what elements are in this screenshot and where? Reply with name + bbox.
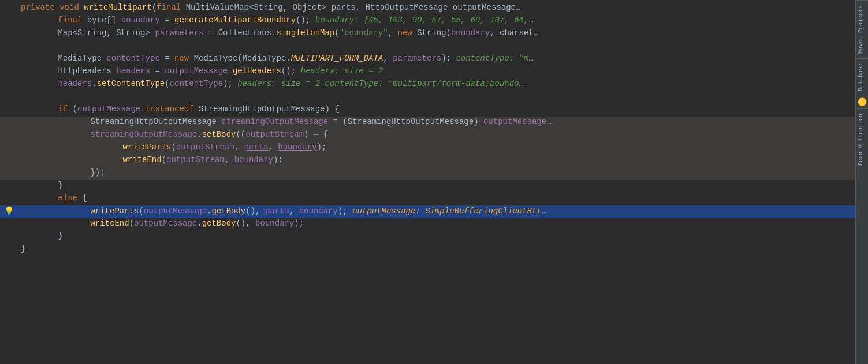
code-line-1: private void writeMultipart(final MultiV…	[0, 2, 855, 15]
closing-brace-1: });	[90, 168, 105, 177]
line-content-7: headers.setContentType(contentType); hea…	[17, 79, 855, 88]
type-mediatype: MediaType	[58, 54, 106, 63]
var-outputstream-3: outputStream	[166, 155, 225, 164]
ellipsis-6: …	[546, 117, 551, 126]
method-writeParts-2: writeParts	[90, 207, 139, 216]
var-streamingoutputmessage-2: streamingOutputMessage	[90, 130, 197, 139]
var-boundary-6: boundary	[255, 219, 294, 228]
keyword-if: if	[58, 104, 72, 114]
bean-symbol: 🟡	[858, 97, 867, 107]
paren-close-6: );	[338, 207, 352, 216]
tab-bean-validation[interactable]: Bean Validation	[856, 108, 868, 170]
code-line-7: headers.setContentType(contentType); hea…	[0, 78, 855, 91]
line-content-5: MediaType contentType = new MediaType(Me…	[17, 54, 855, 63]
line-content-20: }	[17, 244, 855, 253]
method-setContentType: setContentType	[97, 79, 165, 88]
paren-open-2: (	[73, 104, 77, 114]
bean-icon: 🟡	[856, 96, 869, 108]
call-10: (	[129, 219, 134, 228]
keyword-instanceof: instanceof	[146, 104, 199, 114]
type-byte: byte[]	[87, 16, 121, 25]
var-boundary-4: boundary	[234, 155, 273, 164]
var-headers-2: headers	[58, 79, 92, 88]
type-streaming: StreamingHttpOutputMessage) {	[199, 104, 340, 114]
method-writeEnd: writeEnd	[122, 155, 161, 164]
ellipsis-7: …	[542, 207, 546, 216]
line-content-15: }	[17, 181, 855, 190]
call-3: ();	[281, 66, 301, 76]
type-mediatype-2: MediaType(MediaType.	[194, 54, 291, 63]
type-streaming-2: StreamingHttpOutputMessage	[90, 117, 221, 126]
const-multipart: MULTIPART_FORM_DATA	[291, 54, 383, 63]
method-writeEnd-2: writeEnd	[90, 219, 129, 228]
dot-5: .	[197, 219, 202, 228]
line-content-6: HttpHeaders headers = outputMessage.getH…	[17, 66, 855, 76]
keyword-final-2: final	[58, 16, 87, 25]
comma-7: ,	[289, 207, 299, 216]
debug-outputmessage: outputMessage: SimpleBufferingClientHtt	[352, 207, 542, 216]
code-line-20: }	[0, 243, 855, 256]
call-2: (	[334, 28, 339, 37]
paren-close-2: );	[441, 54, 456, 63]
dot-3: .	[197, 130, 202, 139]
code-line-12: writeParts(outputStream, parts, boundary…	[0, 142, 855, 155]
dot-2: .	[92, 79, 96, 88]
debug-boundary: boundary: {45, 103, 99, 57, 55, 69, 107,…	[315, 16, 529, 25]
line-content-16: else {	[17, 193, 855, 202]
ellipsis-3: …	[534, 28, 538, 37]
method-generateMultipartBoundary: generateMultipartBoundary	[174, 16, 296, 25]
line-content-3: Map<String, String> parameters = Collect…	[17, 28, 855, 37]
var-outputmessage-3: outputMessage	[483, 117, 546, 126]
line-content-13: writeEnd(outputStream, boundary);	[17, 155, 855, 164]
keyword-final: final	[157, 3, 185, 12]
method-setBody: setBody	[202, 130, 236, 139]
assign-4: =	[150, 66, 165, 76]
type-string: String(	[417, 28, 451, 37]
line-content-19: }	[17, 231, 855, 241]
keyword-new: new	[398, 28, 418, 37]
call-8: (	[139, 207, 143, 216]
debug-contenttype: contentType: "m	[456, 54, 528, 63]
method-getHeaders: getHeaders	[233, 66, 281, 76]
var-boundary: boundary	[121, 16, 160, 25]
code-line-15: }	[0, 180, 855, 193]
code-line-16: else {	[0, 193, 855, 205]
closing-brace-5: }	[21, 244, 25, 253]
call-11: (),	[236, 219, 255, 228]
var-parameters-2: parameters	[393, 54, 441, 63]
var-outputmessage-2: outputMessage	[77, 104, 140, 114]
comma-3: ,	[383, 54, 393, 63]
var-contenttype-2: contentType	[170, 79, 223, 88]
code-line-3: Map<String, String> parameters = Collect…	[0, 28, 855, 40]
line-content-11: streamingOutputMessage.setBody((outputSt…	[17, 130, 855, 139]
var-streamingoutputmessage: streamingOutputMessage	[221, 117, 328, 126]
call-1: ();	[296, 16, 315, 25]
call-6: (	[171, 142, 176, 152]
code-line-13: writeEnd(outputStream, boundary);	[0, 155, 855, 167]
call-4: (	[165, 79, 169, 88]
tab-database[interactable]: Database	[856, 58, 868, 96]
type-multivaluemap: MultiValueMap<String, Object> parts, Htt…	[186, 3, 516, 12]
var-outputmessage-4: outputMessage	[144, 207, 207, 216]
method-writeParts: writeParts	[122, 142, 171, 152]
debug-headers: headers: size = 2	[301, 66, 383, 76]
assign-3: =	[160, 54, 174, 63]
comma-1: ,	[388, 28, 398, 37]
call-5: ((	[236, 130, 245, 139]
code-line-14: });	[0, 167, 855, 180]
code-line-17: 💡 writeParts(outputMessage.getBody(), pa…	[0, 205, 855, 218]
line-content-14: });	[17, 168, 855, 177]
var-outputstream: outputStream	[245, 130, 304, 139]
param-charset: charset	[500, 28, 534, 37]
var-boundary-3: boundary	[278, 142, 316, 152]
comma-6: ,	[225, 155, 234, 164]
tab-maven-projects[interactable]: Maven Projects	[856, 0, 868, 58]
method-singletonMap: singletonMap	[276, 28, 334, 37]
code-editor: private void writeMultipart(final MultiV…	[0, 0, 855, 364]
comma-5: ,	[268, 142, 278, 152]
line-content-12: writeParts(outputStream, parts, boundary…	[17, 142, 855, 152]
line-content-9: if (outputMessage instanceof StreamingHt…	[17, 104, 855, 114]
line-content-4	[17, 41, 855, 50]
line-content-17: writeParts(outputMessage.getBody(), part…	[17, 207, 855, 216]
comma-4: ,	[234, 142, 244, 152]
